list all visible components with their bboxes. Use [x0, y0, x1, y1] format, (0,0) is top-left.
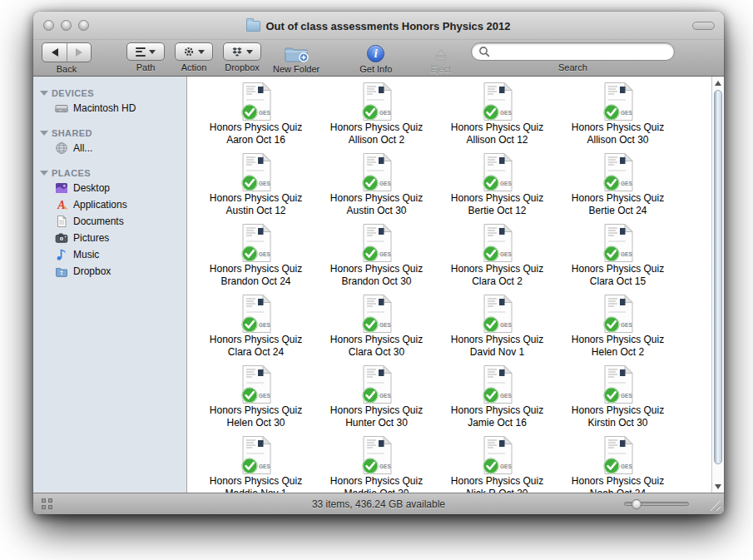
- disclosure-triangle-icon[interactable]: [40, 171, 48, 176]
- file-item[interactable]: GESHonors Physics QuizBertie Oct 12: [437, 152, 557, 223]
- sidebar-item-label: Pictures: [73, 232, 109, 244]
- file-item[interactable]: GESHonors Physics QuizNick R Oct 30: [437, 435, 557, 493]
- path-label: Path: [136, 62, 156, 72]
- file-item[interactable]: GESHonors Physics QuizMaddie Oct 30: [316, 435, 437, 493]
- new-folder-button[interactable]: [284, 42, 309, 62]
- file-item[interactable]: GESHonors Physics QuizBertie Oct 24: [557, 152, 678, 223]
- file-item[interactable]: GESHonors Physics QuizMaddie Nov 1: [196, 435, 316, 493]
- pages-document-icon-with-sync-badge: GES: [481, 435, 514, 475]
- file-item[interactable]: GESHonors Physics QuizClara Oct 30: [316, 294, 437, 364]
- sidebar-item-pictures[interactable]: Pictures: [33, 230, 186, 246]
- file-name-line1: Honors Physics Quiz: [557, 263, 678, 275]
- sidebar-item-label: Documents: [73, 216, 124, 227]
- eject-icon: [433, 47, 448, 62]
- path-button[interactable]: [126, 42, 165, 61]
- action-button[interactable]: [175, 42, 213, 61]
- get-info-label: Get Info: [359, 64, 392, 74]
- file-item[interactable]: GESHonors Physics QuizAllison Oct 30: [557, 82, 678, 152]
- sidebar-item-label: Music: [73, 249, 99, 260]
- pages-document-icon-with-sync-badge: GES: [360, 152, 394, 192]
- sidebar-section-header[interactable]: PLACES: [33, 166, 186, 180]
- file-type-text: GES: [500, 322, 512, 328]
- file-name-line1: Honors Physics Quiz: [557, 334, 678, 346]
- file-type-text: GES: [259, 251, 270, 257]
- file-item[interactable]: GESHonors Physics QuizHelen Oct 2: [557, 294, 678, 364]
- sidebar-item-dropbox[interactable]: Dropbox: [33, 263, 186, 280]
- file-item[interactable]: GESHonors Physics QuizAaron Oct 16: [196, 82, 316, 152]
- pages-document-icon-with-sync-badge: GES: [602, 82, 635, 121]
- file-type-text: GES: [500, 181, 512, 186]
- icon-size-slider[interactable]: [624, 502, 689, 506]
- music-icon: [55, 248, 68, 261]
- title-bar[interactable]: Out of class assessments Honors Physics …: [33, 12, 724, 40]
- scrollbar-thumb[interactable]: [714, 90, 722, 464]
- info-glyph: i: [374, 48, 378, 60]
- file-item[interactable]: GESHonors Physics QuizKirstin Oct 30: [557, 364, 678, 435]
- file-name-line2: Allison Oct 2: [316, 134, 437, 146]
- file-type-text: GES: [259, 181, 270, 186]
- file-item[interactable]: GESHonors Physics QuizHelen Oct 30: [196, 364, 316, 435]
- file-item[interactable]: GESHonors Physics QuizDavid Nov 1: [437, 294, 557, 364]
- file-item[interactable]: GESHonors Physics QuizNoah Oct 24: [557, 435, 678, 493]
- hard-drive-icon: [55, 102, 68, 115]
- sidebar-item-macintosh-hd[interactable]: Macintosh HD: [33, 100, 186, 116]
- path-icon: [136, 47, 146, 57]
- back-label: Back: [57, 64, 77, 74]
- vertical-scrollbar[interactable]: [711, 77, 724, 493]
- search-icon: [478, 46, 490, 57]
- file-name-line1: Honors Physics Quiz: [196, 263, 316, 275]
- eject-button[interactable]: [433, 42, 448, 62]
- slider-knob[interactable]: [632, 499, 642, 509]
- scroll-up-button[interactable]: [712, 77, 724, 88]
- search-field[interactable]: [471, 42, 675, 61]
- action-group: Action: [175, 42, 213, 72]
- sidebar-item-applications[interactable]: AApplications: [33, 196, 186, 213]
- file-type-text: GES: [379, 251, 391, 257]
- file-item[interactable]: GESHonors Physics QuizAllison Oct 2: [316, 82, 437, 152]
- file-name-line1: Honors Physics Quiz: [316, 192, 437, 205]
- get-info-button[interactable]: i: [367, 42, 384, 62]
- sidebar-item-music[interactable]: Music: [33, 246, 186, 263]
- file-item[interactable]: GESHonors Physics QuizJamie Oct 16: [437, 364, 557, 435]
- sidebar-item-desktop[interactable]: Desktop: [33, 180, 186, 196]
- resize-grip[interactable]: [710, 500, 721, 511]
- file-item[interactable]: GESHonors Physics QuizHunter Oct 30: [316, 364, 437, 435]
- icon-grid-toggle-icon[interactable]: [42, 498, 52, 509]
- file-type-text: GES: [259, 463, 270, 469]
- disclosure-triangle-icon[interactable]: [40, 91, 48, 96]
- sidebar-section-title: PLACES: [52, 168, 91, 178]
- file-item[interactable]: GESHonors Physics QuizBrandon Oct 24: [196, 223, 316, 294]
- arrow-down-icon: [715, 484, 721, 489]
- sidebar-item-all[interactable]: All...: [33, 140, 186, 156]
- back-forward-group: Back: [42, 42, 92, 74]
- file-name-line1: Honors Physics Quiz: [437, 263, 557, 275]
- file-item[interactable]: GESHonors Physics QuizAllison Oct 12: [437, 82, 557, 152]
- disclosure-triangle-icon[interactable]: [40, 131, 48, 136]
- file-item[interactable]: GESHonors Physics QuizAustin Oct 12: [196, 152, 316, 223]
- file-name-line1: Honors Physics Quiz: [196, 404, 316, 417]
- sidebar-item-documents[interactable]: Documents: [33, 213, 186, 230]
- file-name-line1: Honors Physics Quiz: [557, 404, 678, 417]
- file-name-line2: Clara Oct 2: [437, 275, 557, 288]
- file-item[interactable]: GESHonors Physics QuizClara Oct 24: [196, 294, 316, 364]
- file-item[interactable]: GESHonors Physics QuizClara Oct 2: [437, 223, 557, 294]
- pictures-icon: [55, 231, 68, 245]
- file-item[interactable]: GESHonors Physics QuizClara Oct 15: [557, 223, 678, 294]
- file-name-line1: Honors Physics Quiz: [437, 475, 557, 488]
- toolbar-toggle-button[interactable]: [692, 22, 715, 30]
- file-item[interactable]: GESHonors Physics QuizBrandon Oct 30: [316, 223, 437, 294]
- dropbox-menu-button[interactable]: [223, 42, 261, 61]
- forward-button[interactable]: [67, 43, 91, 62]
- file-type-text: GES: [621, 181, 632, 186]
- search-input[interactable]: [493, 45, 667, 58]
- pages-document-icon-with-sync-badge: GES: [240, 364, 273, 404]
- sidebar-section-header[interactable]: SHARED: [33, 126, 186, 140]
- title-proxy[interactable]: Out of class assessments Honors Physics …: [33, 12, 724, 40]
- file-item[interactable]: GESHonors Physics QuizAustin Oct 30: [316, 152, 437, 223]
- scroll-down-button[interactable]: [712, 481, 724, 492]
- file-name-line1: Honors Physics Quiz: [196, 121, 316, 134]
- file-grid[interactable]: GESHonors Physics QuizAaron Oct 16GESHon…: [187, 77, 711, 493]
- sidebar-section-header[interactable]: DEVICES: [33, 87, 186, 100]
- back-button[interactable]: [42, 43, 67, 62]
- file-type-text: GES: [379, 181, 391, 186]
